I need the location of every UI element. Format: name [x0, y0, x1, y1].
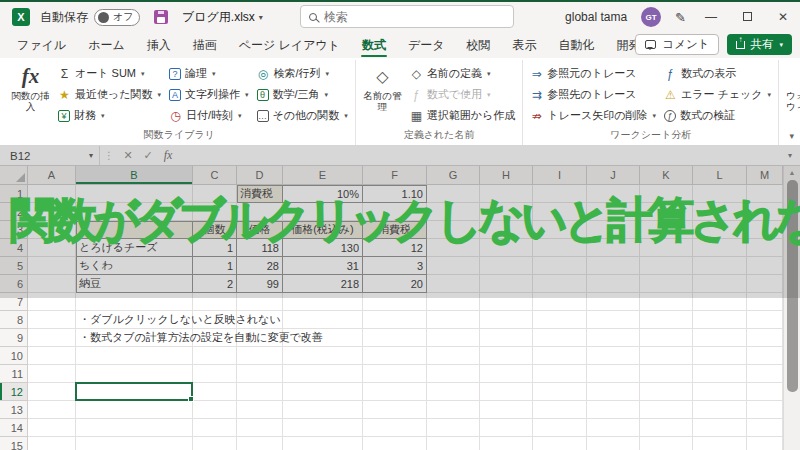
cell-I11[interactable]: [533, 365, 587, 383]
cell-B5[interactable]: ちくわ: [76, 257, 193, 275]
cell-H1[interactable]: [480, 185, 533, 203]
remove-arrows-button[interactable]: ⇏トレース矢印の削除▾: [526, 105, 660, 126]
cell-F7[interactable]: [363, 293, 427, 311]
cell-A6[interactable]: [28, 275, 76, 293]
cell-C5[interactable]: 1: [193, 257, 237, 275]
cell-J10[interactable]: [587, 347, 640, 365]
cell-C6[interactable]: 2: [193, 275, 237, 293]
cell-L8[interactable]: [693, 311, 747, 329]
cell-G15[interactable]: [427, 437, 480, 450]
cell-G10[interactable]: [427, 347, 480, 365]
cell-L4[interactable]: [693, 239, 747, 257]
show-formulas-button[interactable]: ƒ数式の表示: [660, 63, 775, 84]
insert-function-icon[interactable]: fx: [158, 148, 178, 163]
autosave-toggle[interactable]: オフ: [94, 9, 140, 26]
cell-L1[interactable]: [693, 185, 747, 203]
cell-D7[interactable]: [237, 293, 283, 311]
cell-G7[interactable]: [427, 293, 480, 311]
cell-K6[interactable]: [640, 275, 693, 293]
cell-E14[interactable]: [283, 419, 363, 437]
cell-D2[interactable]: [237, 203, 283, 221]
cell-J9[interactable]: [587, 329, 640, 347]
column-header-A[interactable]: A: [28, 166, 76, 185]
cell-H5[interactable]: [480, 257, 533, 275]
watch-window-button[interactable]: ∞ウォッチ ウィンドウ: [782, 60, 800, 123]
cell-G2[interactable]: [427, 203, 480, 221]
cell-B13[interactable]: [76, 401, 193, 419]
cell-J12[interactable]: [587, 383, 640, 401]
cell-F15[interactable]: [363, 437, 427, 450]
column-header-K[interactable]: K: [640, 166, 693, 185]
cell-M11[interactable]: [747, 365, 783, 383]
row-header-5[interactable]: 5: [0, 257, 28, 275]
trace-dependents-button[interactable]: ⇉参照先のトレース: [526, 84, 660, 105]
cell-E8[interactable]: [283, 311, 363, 329]
cell-F2[interactable]: [363, 203, 427, 221]
row-header-3[interactable]: 3: [0, 221, 28, 239]
row-header-12[interactable]: 12: [0, 383, 28, 401]
cell-F10[interactable]: [363, 347, 427, 365]
ribbon-tab-4[interactable]: ページ レイアウト: [228, 32, 351, 58]
cell-L10[interactable]: [693, 347, 747, 365]
cell-G12[interactable]: [427, 383, 480, 401]
excel-app-icon[interactable]: X: [12, 8, 30, 26]
cell-L14[interactable]: [693, 419, 747, 437]
cell-D6[interactable]: 99: [237, 275, 283, 293]
minimize-button[interactable]: —: [700, 10, 722, 24]
lookup-reference-button[interactable]: ◎検索/行列▾: [253, 63, 352, 84]
cell-I2[interactable]: [533, 203, 587, 221]
cell-F11[interactable]: [363, 365, 427, 383]
cell-I7[interactable]: [533, 293, 587, 311]
cell-I10[interactable]: [533, 347, 587, 365]
row-header-7[interactable]: 7: [0, 293, 28, 311]
cell-H7[interactable]: [480, 293, 533, 311]
share-button[interactable]: 共有 ▾: [727, 34, 792, 55]
cell-A8[interactable]: [28, 311, 76, 329]
cell-G11[interactable]: [427, 365, 480, 383]
row-header-4[interactable]: 4: [0, 239, 28, 257]
cell-I1[interactable]: [533, 185, 587, 203]
cell-D5[interactable]: 28: [237, 257, 283, 275]
cancel-entry-icon[interactable]: ✕: [118, 149, 138, 162]
autosum-button[interactable]: Σオート SUM▾: [54, 63, 165, 84]
row-header-2[interactable]: 2: [0, 203, 28, 221]
row-header-1[interactable]: 1: [0, 185, 28, 203]
row-header-10[interactable]: 10: [0, 347, 28, 365]
cell-M9[interactable]: [747, 329, 783, 347]
column-header-G[interactable]: G: [427, 166, 480, 185]
column-header-E[interactable]: E: [283, 166, 363, 185]
formula-input[interactable]: [178, 146, 780, 165]
cell-K4[interactable]: [640, 239, 693, 257]
cell-M4[interactable]: [747, 239, 783, 257]
name-manager-button[interactable]: ◇名前の管理: [359, 60, 406, 112]
cell-E15[interactable]: [283, 437, 363, 450]
column-header-J[interactable]: J: [587, 166, 640, 185]
ribbon-tab-7[interactable]: 校閲: [456, 32, 502, 58]
cell-H8[interactable]: [480, 311, 533, 329]
cell-C15[interactable]: [193, 437, 237, 450]
cell-H2[interactable]: [480, 203, 533, 221]
cell-L11[interactable]: [693, 365, 747, 383]
cell-A10[interactable]: [28, 347, 76, 365]
cell-A5[interactable]: [28, 257, 76, 275]
column-header-C[interactable]: C: [193, 166, 237, 185]
cell-K2[interactable]: [640, 203, 693, 221]
cell-H15[interactable]: [480, 437, 533, 450]
financial-button[interactable]: ¥財務▾: [54, 105, 165, 126]
cell-E13[interactable]: [283, 401, 363, 419]
cell-J3[interactable]: [587, 221, 640, 239]
cell-D13[interactable]: [237, 401, 283, 419]
cell-F12[interactable]: [363, 383, 427, 401]
column-header-M[interactable]: M: [747, 166, 783, 185]
cell-C1[interactable]: [193, 185, 237, 203]
cell-I5[interactable]: [533, 257, 587, 275]
cell-I3[interactable]: [533, 221, 587, 239]
cell-D3[interactable]: 価格: [237, 221, 283, 239]
cell-K9[interactable]: [640, 329, 693, 347]
cell-F8[interactable]: [363, 311, 427, 329]
cell-K10[interactable]: [640, 347, 693, 365]
cell-G14[interactable]: [427, 419, 480, 437]
cell-I9[interactable]: [533, 329, 587, 347]
date-time-button[interactable]: ◷日付/時刻▾: [165, 105, 253, 126]
cell-E3[interactable]: 価格(税込み): [283, 221, 363, 239]
